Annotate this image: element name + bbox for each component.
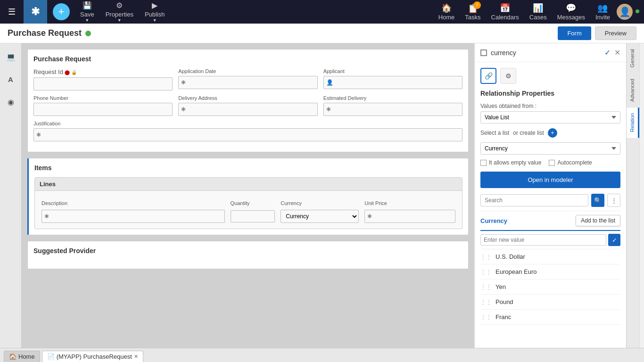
- panel-close-icon[interactable]: ✕: [614, 48, 620, 57]
- table-header-row: Description Quantity Currency Unit Price: [39, 198, 458, 208]
- cases-nav[interactable]: 📊 Cases: [526, 1, 551, 23]
- unit-price-col-header: Unit Price: [362, 198, 458, 208]
- drag-handle-icon: ⋮⋮: [480, 269, 492, 275]
- values-obtained-select[interactable]: Value List Database Process Variable: [480, 111, 620, 123]
- preview-button[interactable]: Preview: [595, 26, 636, 40]
- table-row: ✱ Currency: [39, 208, 458, 225]
- confirm-new-value-button[interactable]: ✓: [608, 234, 620, 246]
- unit-price-input[interactable]: [364, 210, 455, 223]
- tasks-label: Tasks: [465, 14, 480, 21]
- online-status-dot: [636, 9, 639, 13]
- application-date-input[interactable]: [178, 76, 317, 89]
- list-select[interactable]: Currency Status Priority: [480, 142, 620, 155]
- link-button[interactable]: 🔗: [480, 68, 496, 84]
- allow-empty-checkbox[interactable]: [480, 160, 487, 166]
- autocomplete-checkbox[interactable]: [549, 160, 555, 166]
- calendars-label: Calendars: [491, 14, 519, 21]
- sidebar-object-icon[interactable]: ◉: [3, 94, 18, 109]
- asterisk-icon: ✱: [181, 79, 186, 86]
- home-nav[interactable]: 🏠 Home: [435, 1, 459, 23]
- select-list-label: Select a list: [480, 130, 509, 136]
- calendars-nav[interactable]: 📅 Calendars: [487, 1, 523, 23]
- checkbox-row: It allows empty value Autocomplete: [480, 159, 620, 166]
- properties-tool[interactable]: ⚙ Properties ▼: [101, 0, 138, 25]
- drag-handle-icon: ⋮⋮: [480, 254, 492, 260]
- invite-label: Invite: [595, 14, 610, 21]
- purchase-request-tab[interactable]: 📄 (MYAPP) PurchaseRequest ✕: [42, 351, 143, 362]
- request-id-field: Request Id ⬤ 🔒: [33, 68, 173, 90]
- quantity-input[interactable]: [231, 210, 275, 222]
- tab-general[interactable]: General: [627, 43, 639, 73]
- suggested-provider-title: Suggested Provider: [33, 247, 462, 255]
- home-tab[interactable]: 🏠 Home: [4, 351, 40, 362]
- sidebar-text-icon[interactable]: A: [3, 72, 18, 87]
- check-icon: ✓: [612, 237, 617, 244]
- tab-close-icon[interactable]: ✕: [134, 354, 138, 360]
- left-sidebar: 💻 A ◉: [0, 43, 22, 348]
- sidebar-device-icon[interactable]: 💻: [3, 49, 18, 64]
- add-button[interactable]: +: [53, 3, 70, 20]
- save-tool[interactable]: 💾 Save ▼: [75, 0, 99, 25]
- search-input[interactable]: [480, 194, 588, 206]
- justification-asterisk-icon: ✱: [36, 132, 41, 138]
- rel-props-buttons: 🔗 ⚙: [480, 68, 620, 84]
- list-item[interactable]: ⋮⋮ Yen: [480, 280, 620, 295]
- description-input[interactable]: [41, 210, 225, 223]
- suggested-provider-section: Suggested Provider: [27, 241, 469, 269]
- application-date-field: Application Date ✱: [178, 68, 317, 90]
- list-item[interactable]: ⋮⋮ Pound: [480, 295, 620, 310]
- create-list-icon[interactable]: +: [548, 128, 557, 138]
- required-star: ⬤: [65, 70, 70, 75]
- home-icon: 🏠: [441, 3, 452, 13]
- open-modeler-button[interactable]: Open in modeler: [480, 172, 620, 188]
- autocomplete-checkbox-item: Autocomplete: [549, 159, 592, 166]
- estimated-asterisk-icon: ✱: [326, 106, 331, 113]
- form-button[interactable]: Form: [558, 26, 591, 40]
- nav-tools: 💾 Save ▼ ⚙ Properties ▼ ▶ Publish ▼: [75, 0, 170, 25]
- user-avatar[interactable]: 👤: [617, 4, 633, 20]
- add-to-list-button[interactable]: Add to the list: [576, 215, 620, 226]
- tab-icon: 📄: [47, 353, 55, 360]
- hamburger-menu[interactable]: ☰: [0, 0, 24, 24]
- invite-icon: 👥: [597, 3, 608, 13]
- more-options-button[interactable]: ⋮: [607, 194, 620, 207]
- search-row: 🔍 ⋮: [480, 194, 620, 207]
- items-table: Description Quantity Currency Unit Price: [39, 198, 458, 225]
- form-area: Purchase Request Request Id ⬤ 🔒 Applicat…: [22, 43, 474, 348]
- tasks-nav[interactable]: 📋 7 Tasks: [461, 1, 484, 23]
- cases-label: Cases: [529, 14, 547, 21]
- search-button[interactable]: 🔍: [591, 194, 604, 207]
- request-id-input[interactable]: [33, 77, 173, 90]
- currency-select-table[interactable]: Currency: [281, 210, 359, 223]
- currency-list-section: Currency Add to the list ✓ ⋮⋮: [480, 211, 620, 325]
- new-value-input[interactable]: [480, 234, 606, 246]
- applicant-input[interactable]: [323, 76, 462, 89]
- or-create-label: or create list: [513, 130, 544, 136]
- list-item[interactable]: ⋮⋮ European Euro: [480, 264, 620, 280]
- items-title: Items: [34, 164, 462, 172]
- currency-item-name: U.S. Dollar: [495, 253, 525, 260]
- delivery-address-input[interactable]: [178, 103, 317, 116]
- tab-relation[interactable]: Relation: [627, 107, 639, 138]
- messages-nav[interactable]: 💬 Messages: [553, 1, 589, 23]
- settings-button[interactable]: ⚙: [500, 68, 516, 84]
- panel-check-icon[interactable]: ✓: [604, 48, 611, 57]
- quantity-cell: [228, 208, 278, 225]
- estimated-delivery-input[interactable]: [323, 103, 462, 116]
- lines-section: Lines Description Quantity Currency Unit…: [34, 177, 462, 229]
- panel-scrollbar[interactable]: [639, 43, 644, 348]
- publish-tool[interactable]: ▶ Publish ▼: [140, 0, 170, 25]
- panel-checkbox[interactable]: [480, 49, 487, 56]
- list-item[interactable]: ⋮⋮ Franc: [480, 310, 620, 325]
- justification-input[interactable]: [33, 128, 462, 141]
- home-tab-label: Home: [18, 353, 35, 360]
- save-label: Save: [80, 11, 94, 18]
- unit-price-cell: ✱: [362, 208, 458, 225]
- home-label: Home: [438, 14, 455, 21]
- list-item[interactable]: ⋮⋮ U.S. Dollar: [480, 249, 620, 264]
- invite-nav[interactable]: 👥 Invite: [592, 1, 614, 23]
- tab-advanced[interactable]: Advanced: [627, 73, 639, 107]
- drag-handle-icon: ⋮⋮: [480, 284, 492, 290]
- phone-number-input[interactable]: [33, 103, 173, 116]
- currency-section-header: Currency Add to the list: [480, 211, 620, 231]
